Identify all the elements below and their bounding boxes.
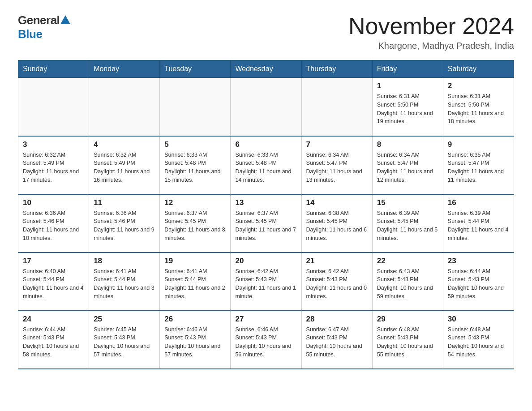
day-info: Sunrise: 6:42 AMSunset: 5:43 PMDaylight:… — [306, 267, 368, 301]
calendar-cell: 1Sunrise: 6:31 AMSunset: 5:50 PMDaylight… — [372, 78, 443, 136]
day-info: Sunrise: 6:45 AMSunset: 5:43 PMDaylight:… — [94, 325, 155, 359]
day-info: Sunrise: 6:40 AMSunset: 5:44 PMDaylight:… — [23, 267, 84, 301]
day-number: 26 — [164, 315, 226, 324]
calendar-cell: 2Sunrise: 6:31 AMSunset: 5:50 PMDaylight… — [443, 78, 514, 136]
day-number: 11 — [94, 198, 155, 207]
calendar-cell: 14Sunrise: 6:38 AMSunset: 5:45 PMDayligh… — [301, 194, 372, 253]
day-number: 7 — [306, 140, 368, 149]
day-number: 24 — [23, 315, 84, 324]
calendar-cell: 18Sunrise: 6:41 AMSunset: 5:44 PMDayligh… — [89, 253, 160, 311]
day-number: 29 — [377, 315, 438, 324]
calendar-cell: 25Sunrise: 6:45 AMSunset: 5:43 PMDayligh… — [89, 311, 160, 369]
day-number: 17 — [23, 257, 84, 265]
day-info: Sunrise: 6:35 AMSunset: 5:47 PMDaylight:… — [448, 151, 509, 184]
calendar-cell: 11Sunrise: 6:36 AMSunset: 5:46 PMDayligh… — [89, 194, 160, 253]
day-info: Sunrise: 6:37 AMSunset: 5:45 PMDaylight:… — [164, 209, 226, 243]
calendar-cell: 6Sunrise: 6:33 AMSunset: 5:48 PMDaylight… — [231, 136, 301, 194]
day-number: 4 — [94, 140, 155, 149]
day-info: Sunrise: 6:48 AMSunset: 5:43 PMDaylight:… — [377, 325, 438, 359]
calendar-cell: 24Sunrise: 6:44 AMSunset: 5:43 PMDayligh… — [18, 311, 89, 369]
calendar-cell: 9Sunrise: 6:35 AMSunset: 5:47 PMDaylight… — [443, 136, 514, 194]
day-info: Sunrise: 6:43 AMSunset: 5:43 PMDaylight:… — [377, 267, 438, 301]
calendar-cell: 15Sunrise: 6:39 AMSunset: 5:45 PMDayligh… — [372, 194, 443, 253]
day-info: Sunrise: 6:31 AMSunset: 5:50 PMDaylight:… — [377, 92, 438, 126]
calendar-cell: 23Sunrise: 6:44 AMSunset: 5:43 PMDayligh… — [443, 253, 514, 311]
svg-marker-0 — [60, 15, 70, 24]
day-number: 18 — [94, 257, 155, 265]
day-number: 22 — [377, 257, 438, 265]
day-info: Sunrise: 6:47 AMSunset: 5:43 PMDaylight:… — [306, 325, 368, 359]
day-info: Sunrise: 6:44 AMSunset: 5:43 PMDaylight:… — [448, 267, 509, 301]
calendar-week-row: 1Sunrise: 6:31 AMSunset: 5:50 PMDaylight… — [18, 78, 514, 136]
location-subtitle: Khargone, Madhya Pradesh, India — [348, 41, 514, 51]
day-number: 12 — [164, 198, 226, 207]
calendar-week-row: 17Sunrise: 6:40 AMSunset: 5:44 PMDayligh… — [18, 253, 514, 311]
calendar-cell: 5Sunrise: 6:33 AMSunset: 5:48 PMDaylight… — [160, 136, 231, 194]
day-of-week-header: Saturday — [443, 60, 514, 78]
calendar-table: SundayMondayTuesdayWednesdayThursdayFrid… — [18, 60, 514, 369]
day-info: Sunrise: 6:48 AMSunset: 5:43 PMDaylight:… — [448, 325, 509, 359]
day-info: Sunrise: 6:34 AMSunset: 5:47 PMDaylight:… — [377, 151, 438, 184]
calendar-cell: 26Sunrise: 6:46 AMSunset: 5:43 PMDayligh… — [160, 311, 231, 369]
day-info: Sunrise: 6:42 AMSunset: 5:43 PMDaylight:… — [235, 267, 296, 301]
calendar-cell: 22Sunrise: 6:43 AMSunset: 5:43 PMDayligh… — [372, 253, 443, 311]
day-info: Sunrise: 6:46 AMSunset: 5:43 PMDaylight:… — [235, 325, 296, 359]
title-area: November 2024 Khargone, Madhya Pradesh, … — [348, 13, 514, 51]
day-number: 3 — [23, 140, 84, 149]
calendar-week-row: 24Sunrise: 6:44 AMSunset: 5:43 PMDayligh… — [18, 311, 514, 369]
day-info: Sunrise: 6:46 AMSunset: 5:43 PMDaylight:… — [164, 325, 226, 359]
calendar-cell — [231, 78, 301, 136]
day-info: Sunrise: 6:33 AMSunset: 5:48 PMDaylight:… — [235, 151, 296, 184]
calendar-cell — [89, 78, 160, 136]
calendar-cell: 8Sunrise: 6:34 AMSunset: 5:47 PMDaylight… — [372, 136, 443, 194]
day-info: Sunrise: 6:36 AMSunset: 5:46 PMDaylight:… — [94, 209, 155, 243]
day-number: 13 — [235, 198, 296, 207]
calendar-cell: 7Sunrise: 6:34 AMSunset: 5:47 PMDaylight… — [301, 136, 372, 194]
calendar-week-row: 10Sunrise: 6:36 AMSunset: 5:46 PMDayligh… — [18, 194, 514, 253]
calendar-cell: 4Sunrise: 6:32 AMSunset: 5:49 PMDaylight… — [89, 136, 160, 194]
day-number: 21 — [306, 257, 368, 265]
day-number: 10 — [23, 198, 84, 207]
day-info: Sunrise: 6:33 AMSunset: 5:48 PMDaylight:… — [164, 151, 226, 184]
day-number: 25 — [94, 315, 155, 324]
day-info: Sunrise: 6:44 AMSunset: 5:43 PMDaylight:… — [23, 325, 84, 359]
calendar-cell: 3Sunrise: 6:32 AMSunset: 5:49 PMDaylight… — [18, 136, 89, 194]
calendar-cell: 19Sunrise: 6:41 AMSunset: 5:44 PMDayligh… — [160, 253, 231, 311]
calendar-cell: 10Sunrise: 6:36 AMSunset: 5:46 PMDayligh… — [18, 194, 89, 253]
logo-arrow-icon — [60, 15, 70, 26]
day-number: 9 — [448, 140, 509, 149]
day-info: Sunrise: 6:41 AMSunset: 5:44 PMDaylight:… — [94, 267, 155, 301]
day-number: 19 — [164, 257, 226, 265]
day-number: 2 — [448, 81, 509, 90]
day-of-week-header: Sunday — [18, 60, 89, 78]
calendar-cell: 16Sunrise: 6:39 AMSunset: 5:44 PMDayligh… — [443, 194, 514, 253]
calendar-week-row: 3Sunrise: 6:32 AMSunset: 5:49 PMDaylight… — [18, 136, 514, 194]
calendar-cell: 29Sunrise: 6:48 AMSunset: 5:43 PMDayligh… — [372, 311, 443, 369]
day-info: Sunrise: 6:32 AMSunset: 5:49 PMDaylight:… — [94, 151, 155, 184]
calendar-cell — [18, 78, 89, 136]
calendar-cell: 12Sunrise: 6:37 AMSunset: 5:45 PMDayligh… — [160, 194, 231, 253]
calendar-header-row: SundayMondayTuesdayWednesdayThursdayFrid… — [18, 60, 514, 78]
day-info: Sunrise: 6:34 AMSunset: 5:47 PMDaylight:… — [306, 151, 368, 184]
calendar-cell: 13Sunrise: 6:37 AMSunset: 5:45 PMDayligh… — [231, 194, 301, 253]
day-number: 20 — [235, 257, 296, 265]
day-info: Sunrise: 6:36 AMSunset: 5:46 PMDaylight:… — [23, 209, 84, 243]
calendar-cell — [301, 78, 372, 136]
day-of-week-header: Thursday — [301, 60, 372, 78]
day-number: 27 — [235, 315, 296, 324]
day-number: 6 — [235, 140, 296, 149]
day-of-week-header: Monday — [89, 60, 160, 78]
day-of-week-header: Wednesday — [231, 60, 301, 78]
page-header: General Blue November 2024 Khargone, Mad… — [18, 13, 514, 51]
day-number: 16 — [448, 198, 509, 207]
calendar-cell — [160, 78, 231, 136]
calendar-cell: 21Sunrise: 6:42 AMSunset: 5:43 PMDayligh… — [301, 253, 372, 311]
day-number: 23 — [448, 257, 509, 265]
day-info: Sunrise: 6:32 AMSunset: 5:49 PMDaylight:… — [23, 151, 84, 184]
day-of-week-header: Friday — [372, 60, 443, 78]
calendar-cell: 17Sunrise: 6:40 AMSunset: 5:44 PMDayligh… — [18, 253, 89, 311]
day-number: 15 — [377, 198, 438, 207]
day-info: Sunrise: 6:37 AMSunset: 5:45 PMDaylight:… — [235, 209, 296, 243]
day-number: 30 — [448, 315, 509, 324]
month-title: November 2024 — [348, 13, 514, 39]
